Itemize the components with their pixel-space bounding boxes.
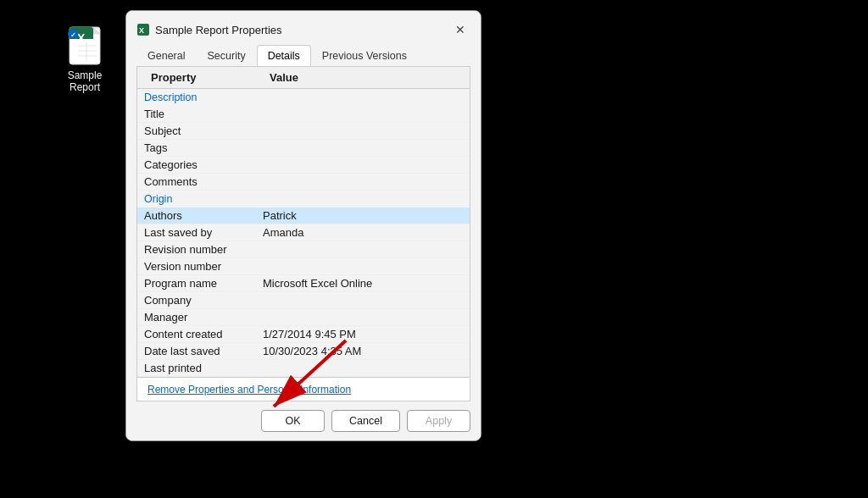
desktop-file-icon[interactable]: X ✓ Sample Report bbox=[51, 25, 119, 93]
remove-properties-link[interactable]: Remove Properties and Personal Informati… bbox=[147, 384, 351, 396]
tab-details[interactable]: Details bbox=[257, 45, 311, 66]
row-date-last-saved: Date last saved 10/30/2023 4:35 AM bbox=[137, 343, 470, 360]
row-company: Company bbox=[137, 292, 470, 309]
tab-previous-versions[interactable]: Previous Versions bbox=[311, 45, 418, 66]
row-categories: Categories bbox=[137, 157, 470, 174]
row-version-number: Version number bbox=[137, 258, 470, 275]
row-manager: Manager bbox=[137, 309, 470, 326]
tab-general[interactable]: General bbox=[136, 45, 196, 66]
row-last-saved-by: Last saved by Amanda bbox=[137, 224, 470, 241]
table-header: Property Value bbox=[137, 67, 470, 89]
dialog-title: Sample Report Properties bbox=[155, 24, 282, 36]
ok-button[interactable]: OK bbox=[261, 410, 325, 432]
svg-text:X: X bbox=[139, 26, 144, 35]
properties-dialog: X Sample Report Properties ✕ General Sec… bbox=[125, 10, 481, 441]
row-revision-number: Revision number bbox=[137, 241, 470, 258]
title-bar: X Sample Report Properties ✕ bbox=[126, 11, 481, 40]
close-button[interactable]: ✕ bbox=[450, 19, 470, 40]
cancel-button[interactable]: Cancel bbox=[331, 410, 400, 432]
row-comments: Comments bbox=[137, 174, 470, 191]
row-title: Title bbox=[137, 106, 470, 123]
apply-button[interactable]: Apply bbox=[407, 410, 470, 432]
tab-bar: General Security Details Previous Versio… bbox=[126, 40, 481, 66]
row-authors: Authors Patrick bbox=[137, 208, 470, 224]
footer-link-area: Remove Properties and Personal Informati… bbox=[136, 378, 470, 401]
row-tags: Tags bbox=[137, 140, 470, 157]
row-last-printed: Last printed bbox=[137, 360, 470, 377]
dialog-title-icon: X bbox=[136, 23, 150, 36]
svg-text:X: X bbox=[77, 31, 86, 45]
row-content-created: Content created 1/27/2014 9:45 PM bbox=[137, 326, 470, 343]
excel-file-icon: X ✓ bbox=[64, 25, 105, 66]
button-row: OK Cancel Apply bbox=[126, 401, 481, 440]
header-value: Value bbox=[263, 69, 463, 86]
svg-text:✓: ✓ bbox=[70, 31, 76, 39]
row-program-name: Program name Microsoft Excel Online bbox=[137, 275, 470, 292]
tab-security[interactable]: Security bbox=[196, 45, 256, 66]
row-subject: Subject bbox=[137, 123, 470, 140]
file-icon-label: Sample Report bbox=[68, 69, 103, 93]
properties-scroll-area[interactable]: Description Title Subject Tags Categorie… bbox=[137, 89, 470, 377]
section-origin: Origin bbox=[137, 191, 470, 208]
header-property: Property bbox=[144, 69, 263, 86]
section-description: Description bbox=[137, 89, 470, 106]
